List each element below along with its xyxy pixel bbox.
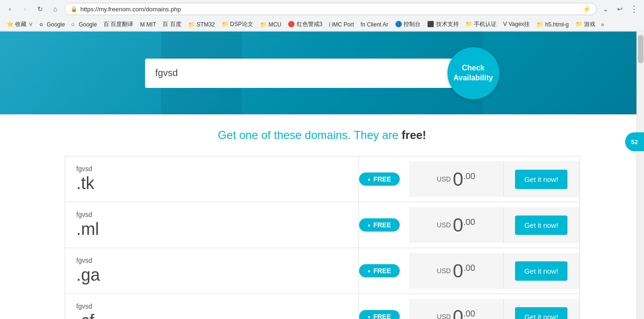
menu-button[interactable]: ⋮ xyxy=(628,3,640,15)
domain-name-2: fgvsd xyxy=(77,257,348,264)
svg-text:G: G xyxy=(40,22,43,27)
bookmark-h5[interactable]: 📁 h5.html-g xyxy=(533,20,571,29)
lightning-icon: ⚡ xyxy=(583,5,591,13)
price-cell-1: USD 0 .00 xyxy=(409,207,504,243)
address-bar[interactable]: 🔒 https://my.freenom.com/domains.php ⚡ xyxy=(64,3,597,15)
price-amount-0: 0 xyxy=(453,170,463,189)
hero-section: Check Availability xyxy=(0,32,644,114)
forward-button[interactable]: › xyxy=(19,3,31,15)
price-cell-0: USD 0 .00 xyxy=(409,161,504,197)
domain-search-input[interactable] xyxy=(146,68,456,78)
headline: Get one of these domains. They are free! xyxy=(65,129,580,142)
lock-icon: 🔒 xyxy=(70,6,77,12)
get-now-button-3[interactable]: Get it now! xyxy=(515,307,568,319)
price-cents-2: .00 xyxy=(463,263,475,273)
side-badge[interactable]: 52 xyxy=(625,132,644,151)
bookmark-client[interactable]: fn Client Ar xyxy=(358,20,391,29)
price-amount-2: 0 xyxy=(453,261,463,280)
price-cents-1: .00 xyxy=(463,217,475,227)
bookmark-tech[interactable]: ⬛ 技术支持 xyxy=(424,19,461,29)
free-badge-0: FREE xyxy=(359,172,399,186)
table-row: fgvsd .ml FREE USD 0 .00 Get it now! xyxy=(65,202,579,248)
domain-info-3: fgvsd .cf xyxy=(65,294,360,319)
bookmark-google2[interactable]: G Google xyxy=(69,20,100,29)
action-cell-2: Get it now! xyxy=(504,253,579,289)
bookmark-console[interactable]: 🔵 控制台 xyxy=(392,19,423,29)
bookmarks-bar: ⭐ 收藏 ∨ G Google G Google 百 百度翻译 M MIT 百 … xyxy=(0,18,644,31)
get-now-button-0[interactable]: Get it now! xyxy=(515,170,568,189)
main-content: Get one of these domains. They are free!… xyxy=(55,114,589,319)
bookmark-stm32[interactable]: 📁 STM32 xyxy=(185,20,218,29)
domain-ext-3: .cf xyxy=(77,311,348,319)
bookmark-phone[interactable]: 📁 手机认证 xyxy=(463,19,499,29)
price-cents-3: .00 xyxy=(463,309,475,319)
domain-name-3: fgvsd xyxy=(77,302,348,310)
scrollbar-track[interactable] xyxy=(636,31,644,319)
back-button[interactable]: ‹ xyxy=(4,3,16,15)
search-input-wrapper xyxy=(145,59,457,88)
price-amount-3: 0 xyxy=(453,307,463,319)
check-availability-button[interactable]: Check Availability xyxy=(447,47,499,99)
bookmark-baidu[interactable]: 百 百度 xyxy=(160,19,184,29)
domain-ext-1: .ml xyxy=(77,219,348,239)
currency-0: USD xyxy=(437,175,451,183)
bookmark-item[interactable]: ⭐ 收藏 ∨ xyxy=(4,19,36,29)
browser-toolbar: ‹ › ↻ ⌂ 🔒 https://my.freenom.com/domains… xyxy=(0,0,644,18)
url-text: https://my.freenom.com/domains.php xyxy=(80,6,580,13)
currency-1: USD xyxy=(437,221,451,229)
action-cell-3: Get it now! xyxy=(504,299,579,319)
bookmarks-more[interactable]: » xyxy=(599,20,606,29)
svg-text:G: G xyxy=(71,22,75,27)
bookmark-imc[interactable]: i iMC Port xyxy=(326,20,357,29)
table-row: fgvsd .ga FREE USD 0 .00 Get it now! xyxy=(65,248,579,294)
price-cents-0: .00 xyxy=(463,172,475,181)
table-row: fgvsd .tk FREE USD 0 .00 Get it now! xyxy=(65,156,579,202)
undo-button[interactable]: ↩ xyxy=(614,3,626,15)
bookmark-dsp[interactable]: 📁 DSP论文 xyxy=(219,19,256,29)
domain-info-0: fgvsd .tk xyxy=(65,156,360,202)
toolbar-right: ⌄ ↩ ⋮ xyxy=(600,3,640,15)
domain-info-2: fgvsd .ga xyxy=(65,248,360,293)
domain-ext-2: .ga xyxy=(77,265,348,285)
bookmark-mcu[interactable]: 📁 MCU xyxy=(257,20,284,29)
action-cell-1: Get it now! xyxy=(504,207,579,243)
table-row: fgvsd .cf FREE USD 0 .00 Get it now! xyxy=(65,294,579,319)
bookmark-mit[interactable]: M MIT xyxy=(137,20,159,29)
browser-chrome: ‹ › ↻ ⌂ 🔒 https://my.freenom.com/domains… xyxy=(0,0,644,32)
history-dropdown[interactable]: ⌄ xyxy=(600,3,612,15)
domain-ext-0: .tk xyxy=(77,173,348,193)
domain-name-1: fgvsd xyxy=(77,211,348,218)
free-badge-3: FREE xyxy=(359,310,399,319)
bookmark-game[interactable]: 📁 游戏 xyxy=(573,19,598,29)
action-cell-0: Get it now! xyxy=(504,161,579,198)
domain-info-1: fgvsd .ml xyxy=(65,202,360,248)
free-badge-2: FREE xyxy=(359,264,399,277)
search-container: Check Availability xyxy=(145,47,499,99)
currency-2: USD xyxy=(437,267,451,275)
bookmark-red[interactable]: 🔴 红色警戒3 xyxy=(285,19,325,29)
price-amount-1: 0 xyxy=(453,216,463,234)
home-button[interactable]: ⌂ xyxy=(49,3,61,15)
bookmark-baidufanyi[interactable]: 百 百度翻译 xyxy=(101,19,136,29)
bookmark-google1[interactable]: G Google xyxy=(37,20,68,29)
free-badge-1: FREE xyxy=(359,218,399,232)
reload-button[interactable]: ↻ xyxy=(34,3,46,15)
get-now-button-1[interactable]: Get it now! xyxy=(515,216,568,235)
domain-results-table: fgvsd .tk FREE USD 0 .00 Get it now! fgv… xyxy=(65,156,580,319)
currency-3: USD xyxy=(437,313,451,319)
price-cell-3: USD 0 .00 xyxy=(409,299,504,319)
scrollbar-thumb[interactable] xyxy=(638,35,644,63)
price-cell-2: USD 0 .00 xyxy=(409,253,504,289)
get-now-button-2[interactable]: Get it now! xyxy=(515,261,568,281)
bookmark-vagex[interactable]: V Vagex挂 xyxy=(500,19,532,29)
domain-name-0: fgvsd xyxy=(77,165,348,172)
